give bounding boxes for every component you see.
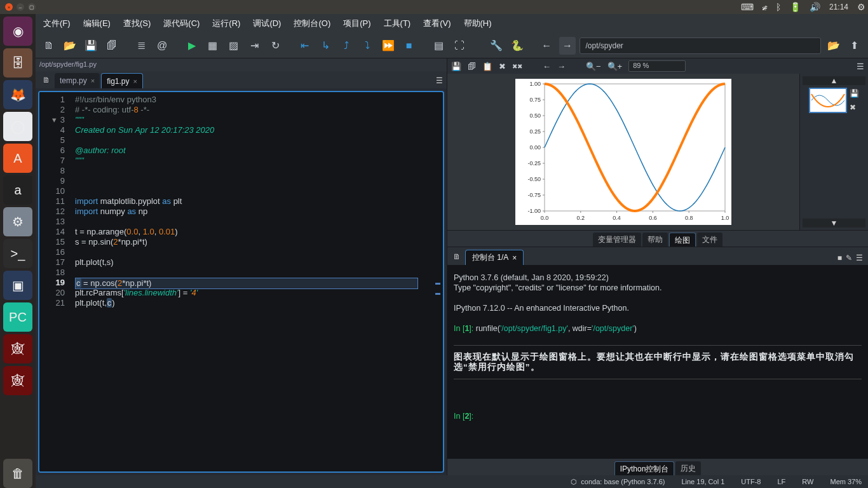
launcher-vbox[interactable]: ▣ (3, 271, 32, 300)
menu-source[interactable]: 源代码(C) (163, 18, 200, 29)
debug-over-icon[interactable]: ⤴ (338, 37, 355, 55)
menubar[interactable]: 文件(F) 编辑(E) 查找(S) 源代码(C) 运行(R) 调试(D) 控制台… (36, 14, 868, 33)
back-icon[interactable]: ← (538, 37, 555, 55)
status-cursor[interactable]: Line 19, Col 1 (681, 478, 724, 485)
menu-search[interactable]: 查找(S) (123, 18, 151, 29)
launcher-firefox[interactable]: 🦊 (3, 80, 32, 109)
launcher-chrome[interactable]: ◯ (3, 112, 32, 141)
launcher-trash[interactable]: 🗑 (3, 459, 32, 488)
tab-ipython-console[interactable]: IPython控制台 (614, 461, 675, 475)
launcher-spyder2[interactable]: 🕸 (3, 366, 32, 395)
parent-dir-icon[interactable]: ⬆ (846, 37, 863, 55)
preferences-icon[interactable]: 🔧 (488, 37, 505, 55)
console-stop-icon[interactable]: ■ (837, 254, 842, 262)
plot-prev-icon[interactable]: ← (543, 62, 551, 71)
plot-saveall-icon[interactable]: 🗐 (468, 62, 476, 71)
thumb-delete-icon[interactable]: ✖ (850, 103, 859, 112)
debug-continue-icon[interactable]: ⏩ (379, 37, 397, 55)
debug-out-icon[interactable]: ⤵ (359, 37, 376, 55)
run-icon[interactable]: ▶ (183, 37, 200, 55)
plot-deleteall-icon[interactable]: ✖✖ (512, 63, 522, 70)
debug-into-icon[interactable]: ↳ (317, 37, 334, 55)
menu-tools[interactable]: 工具(T) (384, 18, 411, 29)
menu-run[interactable]: 运行(R) (212, 18, 240, 29)
launcher-settings[interactable]: ⚙ (3, 207, 32, 236)
menu-file[interactable]: 文件(F) (43, 18, 71, 29)
menu-projects[interactable]: 项目(P) (343, 18, 370, 29)
open-file-icon[interactable]: 📂 (62, 37, 79, 55)
rerun-icon[interactable]: ↻ (267, 37, 284, 55)
at-icon[interactable]: @ (154, 37, 171, 55)
menu-consoles[interactable]: 控制台(O) (294, 18, 330, 29)
launcher-dash[interactable]: ◉ (3, 17, 32, 46)
console-clear-icon[interactable]: ✎ (846, 254, 852, 262)
code-editor[interactable]: 12▾3456789101112131415161718192021 #!/us… (38, 91, 444, 473)
thumb-scroll-down-icon[interactable]: ▼ (803, 219, 865, 227)
close-icon[interactable]: × (512, 254, 517, 262)
tab-plots[interactable]: 绘图 (669, 233, 696, 247)
gear-icon[interactable]: ⚙ (857, 2, 865, 12)
status-encoding[interactable]: UTF-8 (741, 478, 761, 485)
menu-help[interactable]: 帮助(H) (464, 18, 492, 29)
wifi-icon[interactable]: ⸙ (763, 2, 767, 12)
status-rw[interactable]: RW (802, 478, 813, 485)
launcher-spyder1[interactable]: 🕸 (3, 334, 32, 363)
status-env[interactable]: ⬡conda: base (Python 3.7.6) (571, 478, 665, 486)
run-cell-advance-icon[interactable]: ▨ (225, 37, 242, 55)
layout-icon[interactable]: ▤ (430, 37, 447, 55)
status-mem[interactable]: Mem 37% (830, 478, 862, 485)
save-all-icon[interactable]: 🗐 (103, 37, 120, 55)
battery-icon[interactable]: 🔋 (790, 2, 801, 12)
menu-edit[interactable]: 编辑(E) (83, 18, 111, 29)
plot-save-icon[interactable]: 💾 (451, 62, 461, 71)
close-icon[interactable]: × (91, 77, 95, 85)
launcher-software[interactable]: A (3, 144, 32, 173)
debug-step-icon[interactable]: ⇤ (296, 37, 313, 55)
console-list-icon[interactable]: 🗎 (451, 251, 463, 262)
launcher-terminal[interactable]: >_ (3, 239, 32, 268)
run-selection-icon[interactable]: ⇥ (246, 37, 263, 55)
cwd-box[interactable]: /opt/spyder (580, 37, 821, 54)
tab-fig1[interactable]: fig1.py × (101, 73, 143, 88)
window-minimize-icon[interactable]: – (17, 3, 24, 11)
window-maximize-icon[interactable]: ▢ (28, 3, 36, 11)
file-list-icon[interactable]: 🗎 (41, 74, 52, 86)
outline-icon[interactable]: ≣ (133, 37, 150, 55)
tab-help[interactable]: 帮助 (642, 233, 668, 247)
browse-dir-icon[interactable]: 📂 (825, 37, 842, 55)
zoom-out-icon[interactable]: 🔍− (586, 62, 601, 71)
plot-delete-icon[interactable]: ✖ (499, 62, 506, 71)
zoom-in-icon[interactable]: 🔍+ (607, 62, 623, 71)
forward-icon[interactable]: → (559, 37, 576, 55)
plot-copy-icon[interactable]: 📋 (482, 62, 492, 71)
tab-temp[interactable]: temp.py × (55, 73, 100, 88)
editor-menu-icon[interactable]: ☰ (431, 73, 447, 88)
status-eol[interactable]: LF (777, 478, 785, 485)
close-icon[interactable]: × (133, 78, 137, 85)
thumb-scroll-up-icon[interactable]: ▲ (803, 76, 865, 85)
new-file-icon[interactable]: 🗎 (41, 37, 58, 55)
run-cell-icon[interactable]: ▦ (204, 37, 221, 55)
clock[interactable]: 21:14 (829, 3, 848, 11)
zoom-value[interactable]: 89 % (628, 60, 686, 72)
launcher-files[interactable]: 🗄 (3, 48, 32, 78)
plot-canvas[interactable]: -1.00-0.75-0.50-0.250.000.250.500.751.00… (447, 74, 799, 230)
console-menu-icon[interactable]: ☰ (856, 254, 863, 262)
fullscreen-icon[interactable]: ⛶ (451, 37, 468, 55)
menu-view[interactable]: 查看(V) (423, 18, 451, 29)
debug-stop-icon[interactable]: ■ (400, 37, 417, 55)
plots-menu-icon[interactable]: ☰ (857, 62, 864, 71)
launcher-pycharm[interactable]: PC (3, 302, 32, 332)
save-icon[interactable]: 💾 (83, 37, 100, 55)
menu-debug[interactable]: 调试(D) (253, 18, 281, 29)
plot-thumbnail[interactable] (809, 88, 847, 113)
volume-icon[interactable]: 🔊 (810, 2, 820, 12)
plot-next-icon[interactable]: → (557, 62, 566, 71)
keyboard-icon[interactable]: ⌨ (741, 2, 754, 12)
window-close-icon[interactable]: × (5, 3, 13, 11)
console-output[interactable]: Python 3.7.6 (default, Jan 8 2020, 19:59… (447, 265, 868, 459)
thumb-save-icon[interactable]: 💾 (850, 89, 859, 98)
launcher-amazon[interactable]: a (3, 175, 32, 205)
python-path-icon[interactable]: 🐍 (508, 37, 526, 55)
console-tab[interactable]: 控制台 1/A× (465, 250, 524, 265)
